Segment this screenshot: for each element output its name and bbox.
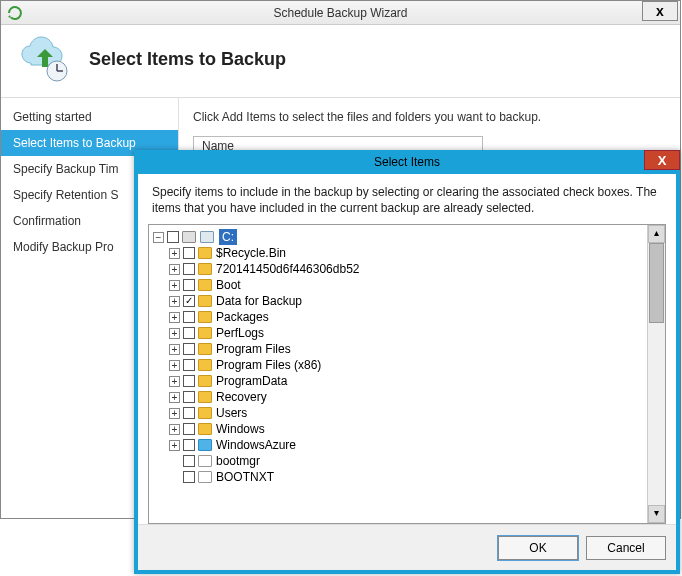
tree-node-label: Windows <box>216 421 265 437</box>
recycle-icon <box>7 5 23 21</box>
tree-node[interactable]: +Users <box>169 405 645 421</box>
folder-icon <box>198 375 212 387</box>
tree-node-label: Packages <box>216 309 269 325</box>
dialog-close-button[interactable]: X <box>644 150 680 170</box>
checkbox[interactable] <box>183 279 195 291</box>
dialog-message: Specify items to include in the backup b… <box>138 174 676 224</box>
checkbox[interactable] <box>183 343 195 355</box>
folder-icon <box>198 311 212 323</box>
wizard-close-button[interactable]: x <box>642 1 678 21</box>
tree-node[interactable]: +WindowsAzure <box>169 437 645 453</box>
checkbox[interactable] <box>183 471 195 483</box>
file-icon <box>198 455 212 467</box>
vertical-scrollbar[interactable]: ▴ ▾ <box>647 225 665 523</box>
checkbox[interactable] <box>183 263 195 275</box>
tree-node-label: 720141450d6f446306db52 <box>216 261 359 277</box>
expander-icon[interactable]: + <box>169 328 180 339</box>
tree-node-label: PerfLogs <box>216 325 264 341</box>
tree-node-label: Program Files <box>216 341 291 357</box>
folder-tree: − C: +$Recycle.Bin+720141450d6f446306db5… <box>149 225 647 523</box>
content-description: Click Add Items to select the files and … <box>193 110 666 124</box>
checkbox[interactable] <box>183 311 195 323</box>
checkbox[interactable] <box>183 391 195 403</box>
folder-icon <box>198 423 212 435</box>
tree-node-label: Users <box>216 405 247 421</box>
expander-icon[interactable]: + <box>169 376 180 387</box>
tree-node[interactable]: +Windows <box>169 421 645 437</box>
checkbox[interactable] <box>183 407 195 419</box>
folder-icon <box>198 327 212 339</box>
drive-icon <box>200 231 214 243</box>
tree-container: − C: +$Recycle.Bin+720141450d6f446306db5… <box>148 224 666 524</box>
expander-icon[interactable]: + <box>169 264 180 275</box>
tree-node-label: $Recycle.Bin <box>216 245 286 261</box>
dialog-titlebar: Select Items X <box>134 150 680 174</box>
tree-node[interactable]: +$Recycle.Bin <box>169 245 645 261</box>
tree-node[interactable]: +720141450d6f446306db52 <box>169 261 645 277</box>
dialog-footer: OK Cancel <box>138 524 676 570</box>
drive-label: C: <box>219 229 237 245</box>
tree-node[interactable]: +Program Files <box>169 341 645 357</box>
tree-node[interactable]: +ProgramData <box>169 373 645 389</box>
folder-icon <box>198 279 212 291</box>
folder-icon <box>198 343 212 355</box>
expander-icon[interactable]: − <box>153 232 164 243</box>
checkbox[interactable] <box>183 455 195 467</box>
tree-node-label: Boot <box>216 277 241 293</box>
expander-icon[interactable]: + <box>169 440 180 451</box>
expander-icon[interactable]: + <box>169 392 180 403</box>
scroll-track[interactable] <box>648 243 665 505</box>
checkbox[interactable] <box>183 439 195 451</box>
expander-icon[interactable]: + <box>169 280 180 291</box>
tree-node-label: WindowsAzure <box>216 437 296 453</box>
tree-node[interactable]: +PerfLogs <box>169 325 645 341</box>
tree-node[interactable]: +Boot <box>169 277 645 293</box>
checkbox[interactable] <box>183 359 195 371</box>
expander-icon[interactable]: + <box>169 424 180 435</box>
page-title: Select Items to Backup <box>89 49 286 70</box>
expander-icon[interactable]: + <box>169 296 180 307</box>
expander-icon <box>169 472 180 483</box>
expander-icon[interactable]: + <box>169 344 180 355</box>
checkbox[interactable] <box>167 231 179 243</box>
cloud-backup-icon <box>17 35 73 83</box>
checkbox[interactable] <box>183 375 195 387</box>
tree-node[interactable]: BOOTNXT <box>169 469 645 485</box>
tree-node[interactable]: +Data for Backup <box>169 293 645 309</box>
dialog-title: Select Items <box>134 155 680 169</box>
checkbox[interactable] <box>183 247 195 259</box>
tree-node-label: BOOTNXT <box>216 469 274 485</box>
ok-button[interactable]: OK <box>498 536 578 560</box>
expander-icon[interactable]: + <box>169 360 180 371</box>
wizard-nav-item[interactable]: Getting started <box>1 104 178 130</box>
tree-node[interactable]: bootmgr <box>169 453 645 469</box>
wizard-titlebar: Schedule Backup Wizard x <box>1 1 680 25</box>
folder-icon <box>198 247 212 259</box>
scroll-thumb[interactable] <box>649 243 664 323</box>
tree-node[interactable]: +Packages <box>169 309 645 325</box>
expander-icon[interactable]: + <box>169 248 180 259</box>
tree-node[interactable]: +Program Files (x86) <box>169 357 645 373</box>
wizard-title: Schedule Backup Wizard <box>1 6 680 20</box>
folder-icon <box>198 407 212 419</box>
cancel-button[interactable]: Cancel <box>586 536 666 560</box>
tree-node[interactable]: +Recovery <box>169 389 645 405</box>
folder-icon <box>198 391 212 403</box>
computer-icon <box>182 231 196 243</box>
tree-node-label: Recovery <box>216 389 267 405</box>
wizard-header: Select Items to Backup <box>1 25 680 98</box>
select-items-dialog: Select Items X Specify items to include … <box>134 150 680 574</box>
scroll-up-button[interactable]: ▴ <box>648 225 665 243</box>
tree-node-label: ProgramData <box>216 373 287 389</box>
checkbox[interactable] <box>183 327 195 339</box>
tree-node-label: Program Files (x86) <box>216 357 321 373</box>
tree-root[interactable]: − C: <box>153 229 645 245</box>
expander-icon[interactable]: + <box>169 408 180 419</box>
azure-icon <box>198 439 212 451</box>
file-icon <box>198 471 212 483</box>
scroll-down-button[interactable]: ▾ <box>648 505 665 523</box>
expander-icon <box>169 456 180 467</box>
expander-icon[interactable]: + <box>169 312 180 323</box>
checkbox[interactable] <box>183 423 195 435</box>
checkbox[interactable] <box>183 295 195 307</box>
